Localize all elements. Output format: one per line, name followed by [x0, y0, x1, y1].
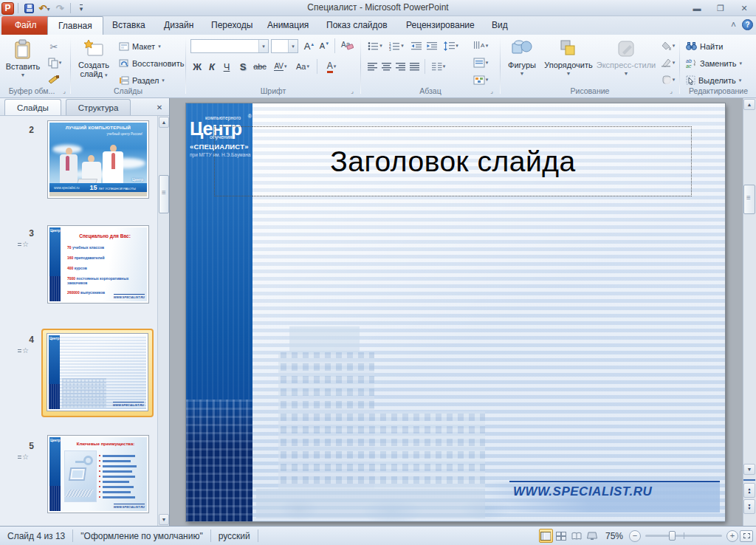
- decrease-indent-button[interactable]: [409, 38, 423, 53]
- title-placeholder[interactable]: Заголовок слайда: [214, 126, 692, 196]
- pane-tab-slides[interactable]: Слайды: [4, 99, 61, 115]
- scroll-down-icon[interactable]: ▼: [743, 464, 755, 475]
- main-scrollbar[interactable]: ▲ ▼ ▲▲ ▼▼: [743, 98, 756, 526]
- justify-button[interactable]: [408, 59, 422, 74]
- font-name-combo[interactable]: ▾: [190, 39, 269, 53]
- select-button[interactable]: Выделить▾: [684, 72, 743, 88]
- slideshow-view-button[interactable]: [585, 529, 599, 543]
- tab-review[interactable]: Рецензирование: [396, 16, 485, 35]
- tab-file[interactable]: Файл: [1, 16, 50, 35]
- slide-thumbnail-2[interactable]: ЛУЧШИЙ КОМПЬЮТЕРНЫЙ учебный центр России…: [47, 120, 149, 199]
- format-painter-button[interactable]: [46, 72, 62, 87]
- paste-button[interactable]: Вставить ▼: [4, 37, 42, 84]
- normal-view-button[interactable]: [539, 529, 553, 543]
- clipboard-dialog-launcher[interactable]: [60, 86, 69, 95]
- bold-button[interactable]: Ж: [190, 59, 204, 74]
- slide-canvas[interactable]: компьютерного ® Центр обучения «СПЕЦИАЛИ…: [186, 103, 725, 521]
- shape-outline-button[interactable]: ▾: [659, 55, 677, 70]
- animation-star-icon[interactable]: [22, 453, 29, 461]
- format-painter-icon: [48, 75, 60, 85]
- character-spacing-button[interactable]: AV▾: [270, 59, 291, 74]
- text-direction-button[interactable]: A ▾: [468, 38, 493, 53]
- cut-button[interactable]: ✂: [46, 39, 62, 54]
- italic-button[interactable]: К: [205, 59, 219, 74]
- tab-design[interactable]: Дизайн: [154, 16, 204, 35]
- zoom-in-button[interactable]: +: [726, 530, 738, 542]
- next-slide-button[interactable]: ▼▼: [743, 499, 755, 514]
- align-left-button[interactable]: [365, 59, 379, 74]
- scrollbar-thumb[interactable]: [743, 185, 755, 214]
- text-shadow-button[interactable]: S: [236, 59, 250, 74]
- numbering-button[interactable]: 123 ▾: [387, 38, 406, 53]
- zoom-slider-thumb[interactable]: [669, 531, 676, 541]
- animation-star-icon[interactable]: [22, 240, 29, 248]
- restore-button[interactable]: ❐: [712, 2, 729, 14]
- font-size-combo[interactable]: ▾: [271, 39, 298, 53]
- arrange-button[interactable]: Упорядочить ▼: [544, 37, 593, 84]
- animation-star-icon[interactable]: [22, 346, 29, 354]
- close-button[interactable]: ✕: [735, 2, 753, 14]
- convert-smartart-button[interactable]: ▾: [468, 72, 493, 87]
- arrange-icon: [559, 39, 578, 58]
- line-spacing-button[interactable]: ▾: [441, 38, 461, 53]
- slide-thumbnail-4[interactable]: Центр WWW.SPECIALIST.RU: [47, 333, 148, 411]
- font-dialog-launcher[interactable]: [348, 86, 357, 95]
- collapse-ribbon-icon[interactable]: [731, 20, 736, 30]
- zoom-level[interactable]: 75%: [601, 531, 628, 541]
- language-indicator[interactable]: русский: [211, 531, 258, 541]
- shape-fill-button[interactable]: ▾: [659, 38, 677, 53]
- reset-button[interactable]: Восстановить: [117, 55, 185, 71]
- drawing-dialog-launcher[interactable]: [667, 86, 676, 95]
- scrollbar-thumb[interactable]: [159, 175, 169, 213]
- grow-font-button[interactable]: A▲: [302, 38, 317, 53]
- columns-button[interactable]: ▾: [428, 59, 449, 74]
- scroll-up-icon[interactable]: ▲: [743, 99, 755, 110]
- slide-thumbnail-3[interactable]: Центр Специально для Вас: 70 учебных кла…: [47, 225, 149, 304]
- slide-thumbnail-5[interactable]: Центр Ключевые преимущества:: [47, 435, 149, 513]
- scroll-down-icon[interactable]: ▼: [159, 514, 169, 525]
- thumbnails-scrollbar[interactable]: ▲ ▼: [157, 116, 169, 526]
- fit-to-window-button[interactable]: [740, 530, 753, 542]
- underline-button[interactable]: Ч: [220, 59, 233, 74]
- tab-slideshow[interactable]: Показ слайдов: [316, 16, 398, 35]
- find-button[interactable]: Найти: [684, 38, 724, 54]
- thumb2-subtitle: учебный центр России!: [106, 132, 142, 136]
- new-slide-button[interactable]: Создать слайд ▾: [75, 37, 112, 84]
- paragraph-dialog-launcher[interactable]: [487, 86, 496, 95]
- zoom-slider[interactable]: [645, 535, 722, 537]
- change-case-button[interactable]: Aa▾: [293, 59, 312, 74]
- font-name-dropdown-icon[interactable]: ▾: [258, 40, 268, 52]
- shrink-font-button[interactable]: A▼: [317, 38, 331, 53]
- scroll-up-icon[interactable]: ▲: [159, 117, 169, 128]
- shape-effects-button[interactable]: ▾: [659, 72, 677, 87]
- strikethrough-button[interactable]: abc: [251, 59, 269, 74]
- help-icon[interactable]: ?: [742, 19, 753, 30]
- tab-animations[interactable]: Анимация: [257, 16, 319, 35]
- clear-formatting-button[interactable]: Aa: [338, 38, 356, 52]
- align-text-button[interactable]: ▾: [468, 55, 493, 70]
- shapes-button[interactable]: Фигуры ▼: [504, 37, 540, 84]
- previous-slide-button[interactable]: ▲▲: [743, 483, 755, 498]
- increase-indent-button[interactable]: [425, 38, 439, 53]
- zoom-out-button[interactable]: −: [629, 530, 641, 542]
- tab-transitions[interactable]: Переходы: [201, 16, 263, 35]
- font-color-button[interactable]: A▾: [322, 59, 341, 74]
- layout-button[interactable]: Макет▾: [117, 38, 162, 54]
- align-center-button[interactable]: [379, 59, 394, 74]
- close-pane-icon[interactable]: ✕: [154, 102, 165, 112]
- slide-sorter-view-button[interactable]: [554, 529, 568, 543]
- bullets-button[interactable]: ▾: [365, 38, 385, 53]
- copy-button[interactable]: ▾: [44, 55, 65, 70]
- quick-styles-button[interactable]: Экспресс-стили ▼: [596, 37, 656, 84]
- tab-view[interactable]: Вид: [481, 16, 518, 35]
- font-size-dropdown-icon[interactable]: ▾: [288, 40, 298, 52]
- pane-tab-outline[interactable]: Структура: [66, 99, 131, 115]
- minimize-button[interactable]: ▬: [688, 2, 706, 14]
- replace-button[interactable]: ab ac Заменить▾: [684, 55, 743, 71]
- theme-name[interactable]: "Оформление по умолчанию": [73, 531, 210, 541]
- tab-home[interactable]: Главная: [47, 16, 103, 35]
- reading-view-button[interactable]: [570, 529, 584, 543]
- section-button[interactable]: Раздел▾: [117, 72, 166, 88]
- tab-insert[interactable]: Вставка: [102, 16, 156, 35]
- align-right-button[interactable]: [394, 59, 408, 74]
